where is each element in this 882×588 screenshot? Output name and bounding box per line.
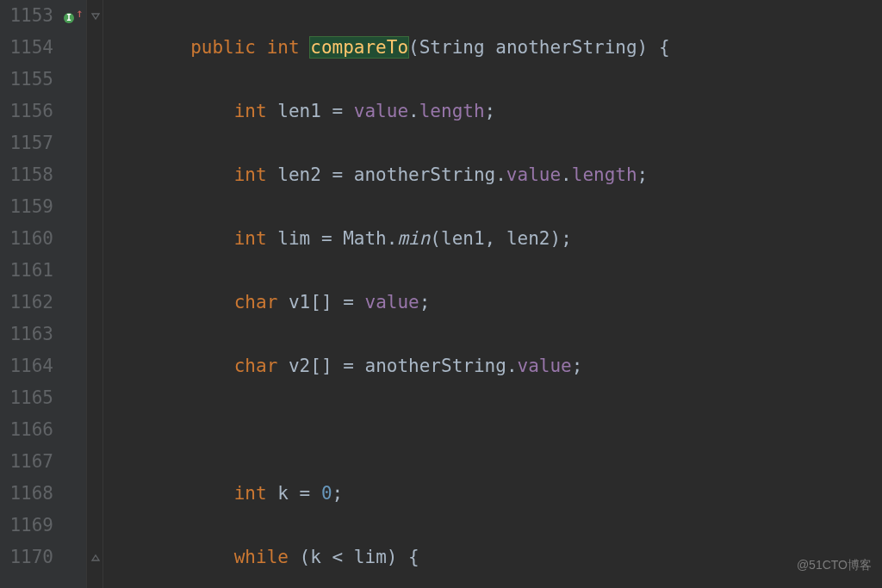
code-content[interactable]: public int compareTo(String anotherStrin… [103,0,882,588]
line-number: 1154 [7,32,53,64]
line-number: 1153 [7,0,53,32]
gutter-marks: I ↑ @ [62,0,86,588]
line-number: 1168 [7,478,53,510]
keyword: public [190,37,256,58]
line-number: 1160 [7,223,53,255]
line-number: 1162 [7,287,53,319]
parameter: anotherString [495,37,637,58]
line-number: 1157 [7,127,53,159]
watermark: @51CTO博客 [797,549,872,581]
line-number: 1170 [7,542,53,573]
line-number: 1161 [7,255,53,287]
type: String [419,37,485,58]
line-number: 1166 [7,414,53,446]
field: value [354,101,408,121]
fold-open-icon[interactable] [90,10,102,22]
line-number: 1158 [7,159,53,191]
number-literal: 0 [321,483,332,504]
code-editor[interactable]: 1153 1154 1155 1156 1157 1158 1159 1160 … [0,0,882,588]
fold-close-icon[interactable] [90,552,102,564]
line-number: 1163 [7,319,53,350]
method-name-highlight: compareTo [310,37,408,58]
line-number: 1159 [7,191,53,223]
fold-gutter [86,0,103,588]
line-number: 1165 [7,382,53,414]
override-up-icon[interactable]: ↑ [76,7,83,19]
keyword: int [267,37,300,58]
static-method: min [397,228,430,249]
implements-icon[interactable]: I [64,10,74,23]
line-number: 1167 [7,446,53,478]
line-number: 1169 [7,510,53,542]
line-number: 1156 [7,96,53,127]
line-number-gutter: 1153 1154 1155 1156 1157 1158 1159 1160 … [0,0,62,588]
line-number: 1155 [7,64,53,96]
line-number: 1164 [7,350,53,382]
